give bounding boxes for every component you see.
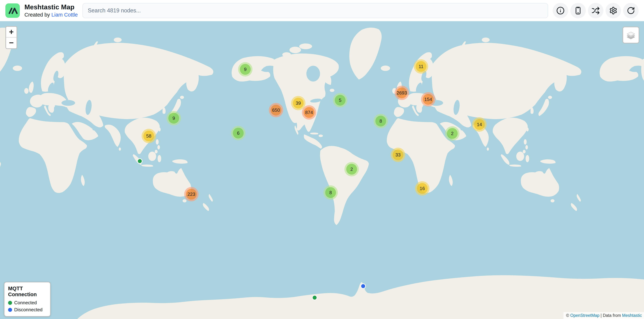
random-node-button[interactable] — [588, 3, 604, 18]
node-cluster[interactable]: 33 — [391, 148, 405, 162]
attribution: © OpenStreetMap | Data from Meshtastic — [564, 312, 644, 319]
cluster-count: 33 — [392, 149, 404, 160]
node-cluster[interactable]: 6 — [231, 126, 246, 140]
zoom-control: + − — [6, 26, 17, 49]
cluster-count: 2 — [447, 128, 458, 139]
cluster-count: 223 — [186, 189, 197, 200]
world-map-tiles — [0, 21, 644, 319]
node-cluster[interactable]: 2693 — [394, 86, 409, 100]
cluster-count: 9 — [168, 113, 179, 124]
app-header: Meshtastic Map Created by Liam Cottle — [0, 0, 644, 21]
node-cluster[interactable]: 11 — [414, 59, 428, 74]
cluster-count: 16 — [417, 183, 428, 194]
osm-link[interactable]: OpenStreetMap — [570, 313, 600, 318]
node-cluster[interactable]: 9 — [166, 111, 181, 125]
legend-dot-icon — [8, 308, 12, 312]
zoom-out-button[interactable]: − — [6, 37, 16, 48]
node-cluster[interactable]: 2 — [344, 162, 359, 176]
refresh-icon — [627, 6, 635, 15]
node-cluster[interactable]: 14 — [472, 117, 486, 132]
node-marker-disconnected[interactable] — [360, 284, 366, 289]
legend-title: MQTT Connection — [8, 286, 46, 298]
node-cluster[interactable]: 154 — [421, 92, 436, 106]
cluster-count: 6 — [233, 128, 244, 138]
legend-item: Connected — [8, 300, 46, 306]
map-canvas[interactable]: 911269315439650874582149586332816223 + −… — [0, 21, 644, 319]
page-title: Meshtastic Map — [24, 3, 78, 11]
node-cluster[interactable]: 223 — [184, 187, 198, 201]
node-marker-connected[interactable] — [137, 158, 142, 164]
device-button[interactable] — [570, 3, 586, 18]
legend-label: Connected — [14, 300, 37, 306]
title-block: Meshtastic Map Created by Liam Cottle — [24, 3, 78, 18]
cluster-count: 58 — [144, 131, 154, 141]
cluster-count: 874 — [304, 107, 314, 118]
shuffle-icon — [592, 6, 600, 15]
node-cluster[interactable]: 8 — [374, 114, 388, 128]
legend-dot-icon — [8, 301, 12, 305]
node-cluster[interactable]: 8 — [324, 185, 338, 200]
mqtt-legend: MQTT Connection ConnectedDisconnected — [4, 282, 51, 317]
search-input[interactable] — [82, 3, 548, 18]
cluster-count: 154 — [423, 94, 434, 105]
legend-item: Disconnected — [8, 307, 46, 313]
cluster-count: 2693 — [396, 87, 407, 98]
meshtastic-link[interactable]: Meshtastic — [622, 313, 642, 318]
cluster-count: 8 — [375, 116, 386, 126]
cluster-count: 2 — [346, 164, 357, 175]
settings-button[interactable] — [606, 3, 621, 18]
node-cluster[interactable]: 9 — [238, 62, 252, 76]
zoom-in-button[interactable]: + — [6, 27, 16, 37]
node-cluster[interactable]: 874 — [302, 105, 316, 120]
legend-label: Disconnected — [14, 307, 42, 313]
smartphone-icon — [574, 6, 582, 15]
author-link[interactable]: Liam Cottle — [52, 12, 78, 17]
node-cluster[interactable]: 16 — [415, 181, 430, 196]
layers-icon — [625, 29, 636, 41]
info-icon — [556, 6, 564, 15]
layers-button[interactable] — [622, 26, 639, 43]
gear-icon — [609, 6, 618, 15]
cluster-count: 39 — [293, 98, 304, 108]
node-cluster[interactable]: 2 — [445, 126, 460, 141]
node-marker-connected[interactable] — [312, 295, 317, 300]
cluster-count: 11 — [416, 61, 426, 72]
byline: Created by Liam Cottle — [24, 12, 78, 18]
cluster-count: 14 — [474, 119, 485, 130]
info-button[interactable] — [553, 3, 568, 18]
node-cluster[interactable]: 5 — [333, 93, 347, 107]
cluster-count: 9 — [240, 64, 251, 75]
node-cluster[interactable]: 650 — [269, 103, 283, 117]
cluster-count: 650 — [270, 105, 282, 115]
cluster-count: 8 — [325, 187, 336, 198]
meshtastic-logo-icon — [6, 3, 20, 18]
refresh-button[interactable] — [623, 3, 638, 18]
header-buttons — [553, 3, 638, 18]
cluster-count: 5 — [335, 95, 346, 106]
node-cluster[interactable]: 58 — [142, 129, 156, 143]
